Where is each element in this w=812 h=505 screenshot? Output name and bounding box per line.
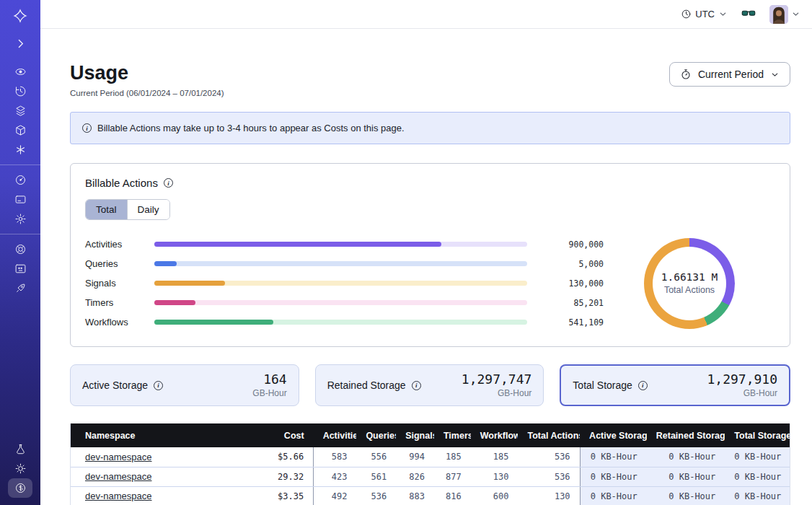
dollar-coin-icon[interactable] (8, 478, 32, 498)
period-dropdown-label: Current Period (698, 69, 764, 80)
bar-row-signals: Signals130,000 (85, 273, 604, 293)
support-lifebuoy-icon[interactable] (8, 240, 32, 259)
table-cell: 130 (518, 486, 580, 505)
table-row: dev-namespace$3.354925368838166001300 KB… (71, 486, 790, 505)
bar-value: 85,201 (537, 298, 604, 308)
namespace-link[interactable]: dev-namespace (85, 452, 152, 462)
bar-label: Activities (85, 239, 144, 250)
sidebar-divider (0, 164, 40, 165)
column-header-namespace: Namespace (71, 423, 254, 447)
table-cell: 561 (356, 467, 396, 486)
table-cell: 600 (471, 486, 518, 505)
clock-icon (681, 9, 692, 19)
bar-track (154, 300, 527, 305)
bar-fill (154, 261, 177, 266)
info-icon[interactable] (412, 381, 421, 390)
donut-total-label: Total Actions (664, 285, 715, 295)
bar-row-activities: Activities900,000 (85, 234, 604, 254)
table-cell: 0 KB-Hour (580, 447, 647, 467)
rocket-icon[interactable] (8, 278, 32, 298)
table-cell: 826 (396, 467, 434, 486)
info-banner: Billable Actions may take up to 3-4 hour… (70, 112, 790, 144)
namespace-link[interactable]: dev-namespace (85, 471, 152, 482)
table-cell: $5.66 (254, 447, 314, 467)
flask-icon[interactable] (8, 439, 32, 459)
info-icon[interactable] (638, 381, 648, 390)
table-cell: 0 KB-Hour (725, 447, 790, 467)
table-cell: 556 (356, 447, 396, 467)
bar-fill (154, 242, 441, 247)
bar-fill (154, 320, 273, 325)
column-header-total-actions: Total Actions (518, 423, 580, 447)
gauge-icon[interactable] (8, 170, 32, 190)
bar-row-timers: Timers85,201 (85, 293, 604, 312)
column-header-timers: Timers (434, 423, 471, 447)
timezone-label: UTC (695, 9, 715, 19)
bar-label: Queries (85, 258, 144, 269)
bar-row-workflows: Workflows541,109 (85, 312, 604, 332)
tab-daily[interactable]: Daily (127, 200, 169, 219)
storage-card-unit: GB-Hour (252, 388, 286, 398)
layers-icon[interactable] (8, 101, 32, 120)
content: Usage Current Period (06/01/2024 – 07/01… (40, 29, 812, 505)
table-cell: 185 (434, 447, 471, 467)
info-icon[interactable] (154, 381, 163, 390)
table-cell: 185 (471, 447, 518, 467)
billing-card-icon[interactable] (8, 190, 32, 209)
storage-card-value: 1,297,910 (707, 372, 777, 387)
glasses-icon[interactable] (741, 5, 756, 24)
table-cell: 536 (356, 486, 396, 505)
bar-track (154, 281, 527, 286)
chevron-right-icon[interactable] (8, 34, 32, 53)
info-icon[interactable] (164, 178, 173, 188)
table-row: dev-namespace$5.665835569941851855360 KB… (71, 447, 790, 467)
history-clock-icon[interactable] (8, 82, 32, 101)
storage-card-total-storage: Total Storage1,297,910GB-Hour (560, 364, 790, 406)
bar-fill (154, 300, 195, 305)
column-header-workflows: Workflows (471, 423, 518, 447)
namespace-link[interactable]: dev-namespace (85, 491, 152, 501)
namespaces-eye-icon[interactable] (8, 62, 32, 82)
settings-gear-icon[interactable] (8, 209, 32, 229)
chevron-down-icon (718, 9, 728, 19)
table-cell: 130 (471, 467, 518, 486)
table-cell: 816 (434, 486, 471, 505)
storage-card-label: Active Storage (82, 379, 148, 391)
table-cell: 492 (314, 486, 357, 505)
bar-value: 5,000 (537, 259, 604, 269)
tab-total[interactable]: Total (86, 200, 127, 219)
total-actions-donut-chart: 1.66131 M Total Actions (644, 238, 735, 329)
table-cell: 0 KB-Hour (647, 447, 725, 467)
table-cell: 0 KB-Hour (580, 486, 647, 505)
table-cell: 0 KB-Hour (647, 486, 725, 505)
table-cell: 583 (314, 447, 357, 467)
chevron-down-icon (791, 9, 800, 19)
cube-icon[interactable] (8, 120, 32, 140)
billable-actions-bar-chart: Activities900,000Queries5,000Signals130,… (85, 234, 604, 332)
bar-track (154, 320, 527, 325)
table-cell: 877 (434, 467, 471, 486)
total-daily-toggle: TotalDaily (85, 199, 170, 220)
chevron-down-icon (770, 70, 780, 79)
sidebar (0, 0, 40, 505)
table-cell: 0 KB-Hour (647, 467, 725, 486)
table-cell: 536 (518, 447, 580, 467)
table-cell: 536 (518, 467, 580, 486)
table-cell: 423 (314, 467, 357, 486)
info-icon (82, 123, 92, 133)
terminal-icon[interactable] (8, 259, 32, 278)
table-cell: 883 (396, 486, 434, 505)
temporal-logo-icon[interactable] (8, 6, 32, 25)
bar-label: Signals (85, 278, 144, 289)
storage-card-unit: GB-Hour (462, 388, 532, 398)
bar-track (154, 242, 527, 247)
bar-label: Timers (85, 297, 144, 308)
period-dropdown-button[interactable]: Current Period (669, 62, 790, 87)
page-title: Usage (70, 62, 224, 84)
sun-icon[interactable] (8, 459, 32, 478)
asterisk-icon[interactable] (8, 140, 32, 159)
storage-card-active-storage: Active Storage164GB-Hour (70, 364, 299, 406)
timezone-selector[interactable]: UTC (681, 9, 728, 19)
bar-value: 130,000 (537, 278, 604, 289)
user-menu[interactable] (769, 5, 800, 24)
